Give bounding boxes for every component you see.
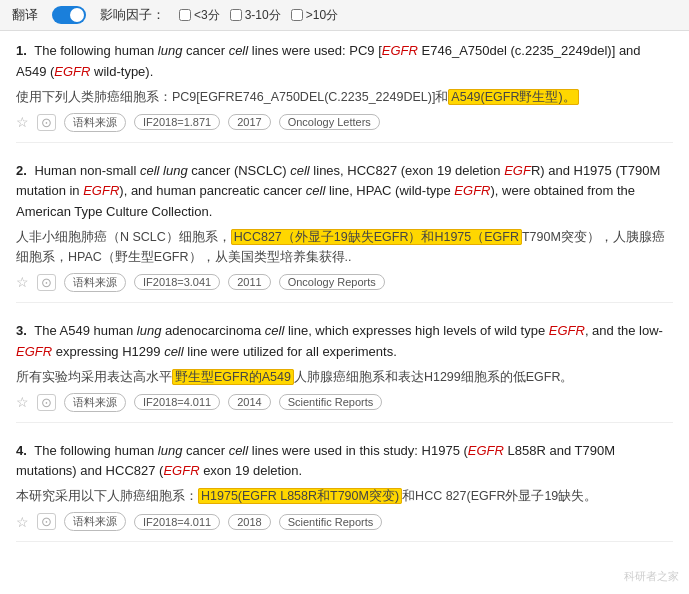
result-1-number: 1. <box>16 43 27 58</box>
journal-tag-3: Scientific Reports <box>279 394 383 410</box>
if-tag-4: IF2018=4.011 <box>134 514 220 530</box>
egfr-4b: EGFR <box>163 463 199 478</box>
result-1-en: 1. The following human lung cancer cell … <box>16 41 673 83</box>
cell-1: cell <box>229 43 249 58</box>
copy-2[interactable]: ⊙ <box>37 274 56 291</box>
filter-label: 影响因子： <box>100 6 165 24</box>
source-tag-1[interactable]: 语料来源 <box>64 113 126 132</box>
filter-gt10[interactable]: >10分 <box>291 7 338 24</box>
result-3-highlight: 野生型EGFR的A549 <box>172 369 294 385</box>
result-2-cn: 人非小细胞肺癌（N SCLC）细胞系，HCC827（外显子19缺失EGFR）和H… <box>16 227 673 267</box>
year-tag-1: 2017 <box>228 114 270 130</box>
result-item-2: 2. Human non-small cell lung cancer (NSC… <box>16 161 673 303</box>
source-tag-4[interactable]: 语料来源 <box>64 512 126 531</box>
egfr-4a: EGFR <box>468 443 504 458</box>
journal-tag-2: Oncology Reports <box>279 274 385 290</box>
result-4-meta: ☆ ⊙ 语料来源 IF2018=4.011 2018 Scientific Re… <box>16 512 673 531</box>
result-item-4: 4. The following human lung cancer cell … <box>16 441 673 543</box>
filter-3-10[interactable]: 3-10分 <box>230 7 281 24</box>
filter-lt3-checkbox[interactable] <box>179 9 191 21</box>
journal-tag-4: Scientific Reports <box>279 514 383 530</box>
star-2[interactable]: ☆ <box>16 274 29 290</box>
cell-3: cell <box>265 323 285 338</box>
result-2-highlight: HCC827（外显子19缺失EGFR）和H1975（EGFR <box>231 229 522 245</box>
copy-4[interactable]: ⊙ <box>37 513 56 530</box>
filter-group: <3分 3-10分 >10分 <box>179 7 338 24</box>
result-4-number: 4. <box>16 443 27 458</box>
star-1[interactable]: ☆ <box>16 114 29 130</box>
result-4-en: 4. The following human lung cancer cell … <box>16 441 673 483</box>
cell-2: cell <box>290 163 310 178</box>
filter-lt3-label: <3分 <box>194 7 220 24</box>
toggle-knob <box>70 8 84 22</box>
lung-4: lung <box>158 443 183 458</box>
source-tag-3[interactable]: 语料来源 <box>64 393 126 412</box>
filter-gt10-label: >10分 <box>306 7 338 24</box>
copy-3[interactable]: ⊙ <box>37 394 56 411</box>
journal-tag-1: Oncology Letters <box>279 114 380 130</box>
filter-3-10-checkbox[interactable] <box>230 9 242 21</box>
year-tag-3: 2014 <box>228 394 270 410</box>
result-2-number: 2. <box>16 163 27 178</box>
result-1-highlight: A549(EGFR野生型)。 <box>448 89 578 105</box>
egfr-2a: EGF <box>504 163 531 178</box>
result-2-meta: ☆ ⊙ 语料来源 IF2018=3.041 2011 Oncology Repo… <box>16 273 673 292</box>
year-tag-2: 2011 <box>228 274 270 290</box>
translate-toggle[interactable] <box>52 6 86 24</box>
egfr-1b: EGFR <box>54 64 90 79</box>
result-1-meta: ☆ ⊙ 语料来源 IF2018=1.871 2017 Oncology Lett… <box>16 113 673 132</box>
result-3-en: 3. The A549 human lung adenocarcinoma ce… <box>16 321 673 363</box>
lung-1: lung <box>158 43 183 58</box>
header-bar: 翻译 影响因子： <3分 3-10分 >10分 <box>0 0 689 31</box>
result-3-cn: 所有实验均采用表达高水平野生型EGFR的A549人肺腺癌细胞系和表达H1299细… <box>16 367 673 387</box>
if-tag-1: IF2018=1.871 <box>134 114 220 130</box>
egfr-3b: EGFR <box>16 344 52 359</box>
result-item-1: 1. The following human lung cancer cell … <box>16 41 673 143</box>
if-tag-3: IF2018=4.011 <box>134 394 220 410</box>
result-3-number: 3. <box>16 323 27 338</box>
result-4-cn: 本研究采用以下人肺癌细胞系：H1975(EGFR L858R和T790M突变)和… <box>16 486 673 506</box>
filter-gt10-checkbox[interactable] <box>291 9 303 21</box>
result-1-cn: 使用下列人类肺癌细胞系：PC9[EGFRE746_A750DEL(C.2235_… <box>16 87 673 107</box>
results-area: 1. The following human lung cancer cell … <box>0 31 689 570</box>
star-4[interactable]: ☆ <box>16 514 29 530</box>
cell-4: cell <box>229 443 249 458</box>
result-item-3: 3. The A549 human lung adenocarcinoma ce… <box>16 321 673 423</box>
result-3-meta: ☆ ⊙ 语料来源 IF2018=4.011 2014 Scientific Re… <box>16 393 673 412</box>
result-4-highlight: H1975(EGFR L858R和T790M突变) <box>198 488 402 504</box>
lung-3: lung <box>137 323 162 338</box>
year-tag-4: 2018 <box>228 514 270 530</box>
egfr-3a: EGFR <box>549 323 585 338</box>
filter-lt3[interactable]: <3分 <box>179 7 220 24</box>
egfr-2c: EGFR <box>454 183 490 198</box>
cell-lung-2: cell lung <box>140 163 188 178</box>
egfr-2b: EGFR <box>83 183 119 198</box>
cell-2b: cell <box>306 183 326 198</box>
star-3[interactable]: ☆ <box>16 394 29 410</box>
translate-label: 翻译 <box>12 6 38 24</box>
watermark: 科研者之家 <box>624 569 679 584</box>
copy-1[interactable]: ⊙ <box>37 114 56 131</box>
egfr-1a: EGFR <box>382 43 418 58</box>
source-tag-2[interactable]: 语料来源 <box>64 273 126 292</box>
filter-3-10-label: 3-10分 <box>245 7 281 24</box>
cell-3b: cell <box>164 344 184 359</box>
result-2-en: 2. Human non-small cell lung cancer (NSC… <box>16 161 673 223</box>
if-tag-2: IF2018=3.041 <box>134 274 220 290</box>
